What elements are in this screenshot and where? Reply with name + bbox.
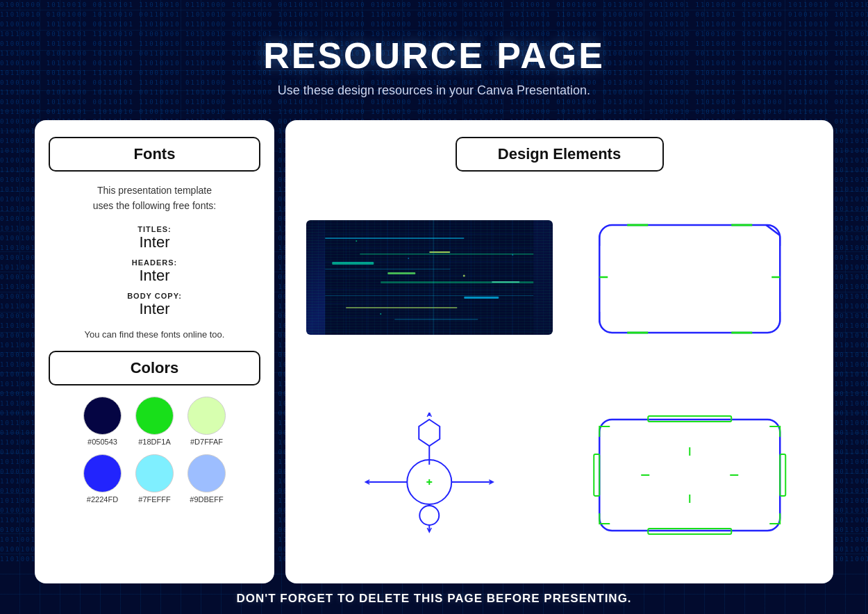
font-body-value: Inter bbox=[49, 300, 260, 318]
matrix-image bbox=[306, 220, 553, 335]
svg-rect-22 bbox=[325, 295, 533, 296]
swatch-label-green: #18DF1A bbox=[138, 438, 170, 446]
swatch-row-2: #2224FD #7FEFFF #9DBEFF bbox=[83, 454, 226, 504]
font-headers-label: HEADERS: bbox=[49, 258, 260, 267]
swatch-label-light-blue: #9DBEFF bbox=[190, 495, 223, 504]
svg-rect-19 bbox=[360, 254, 533, 255]
svg-marker-48 bbox=[419, 420, 440, 446]
svg-rect-28 bbox=[464, 297, 499, 299]
font-entry-body: BODY COPY: Inter bbox=[49, 292, 260, 318]
swatch-circle-light-green bbox=[187, 397, 226, 435]
svg-rect-0 bbox=[325, 220, 533, 335]
tech-diagram-cell bbox=[306, 383, 553, 567]
footer-text: DON'T FORGET TO DELETE THIS PAGE BEFORE … bbox=[14, 592, 854, 606]
svg-point-33 bbox=[380, 313, 381, 315]
svg-rect-23 bbox=[346, 307, 457, 308]
swatch-light-green: #D7FFAF bbox=[187, 397, 226, 446]
tech-diagram-svg bbox=[306, 413, 553, 538]
main-content: Fonts This presentation template uses th… bbox=[14, 120, 854, 583]
design-elements-header: Design Elements bbox=[456, 137, 664, 172]
svg-rect-59 bbox=[599, 420, 780, 531]
svg-point-31 bbox=[408, 258, 409, 259]
font-entry-titles: TITLES: Inter bbox=[49, 225, 260, 251]
right-panel: Design Elements bbox=[285, 120, 833, 583]
swatch-label-cyan: #7FEFFF bbox=[138, 495, 170, 504]
swatch-green: #18DF1A bbox=[135, 397, 174, 446]
swatch-light-blue: #9DBEFF bbox=[187, 454, 226, 504]
design-elements-grid bbox=[306, 185, 812, 567]
hud-frame-bottom-cell bbox=[567, 383, 813, 567]
footer: DON'T FORGET TO DELETE THIS PAGE BEFORE … bbox=[0, 583, 868, 614]
fonts-description: This presentation template uses the foll… bbox=[49, 183, 260, 214]
font-titles-label: TITLES: bbox=[49, 225, 260, 233]
swatch-cyan: #7FEFFF bbox=[135, 454, 174, 504]
font-entry-headers: HEADERS: Inter bbox=[49, 258, 260, 285]
svg-rect-36 bbox=[599, 225, 780, 333]
fonts-header: Fonts bbox=[49, 137, 260, 172]
swatch-label-blue: #2224FD bbox=[87, 495, 118, 504]
svg-point-34 bbox=[512, 254, 513, 256]
svg-rect-25 bbox=[332, 262, 374, 265]
svg-point-32 bbox=[463, 274, 465, 276]
colors-header: Colors bbox=[49, 351, 260, 385]
page-header: RESOURCE PAGE Use these design resources… bbox=[249, 0, 619, 112]
svg-point-51 bbox=[419, 506, 439, 525]
color-swatches: #050543 #18DF1A #D7FFAF #2224FD bbox=[49, 397, 260, 504]
matrix-svg bbox=[306, 220, 553, 335]
svg-rect-29 bbox=[492, 281, 519, 283]
fonts-desc-line1: This presentation template bbox=[97, 185, 212, 196]
swatch-label-light-green: #D7FFAF bbox=[190, 438, 223, 446]
svg-point-30 bbox=[356, 240, 357, 242]
hud-frame-top-svg bbox=[567, 215, 813, 340]
swatch-circle-green bbox=[135, 397, 174, 435]
font-entries-list: TITLES: Inter HEADERS: Inter BODY COPY: … bbox=[49, 225, 260, 318]
svg-rect-20 bbox=[325, 269, 450, 269]
swatch-circle-cyan bbox=[135, 454, 174, 492]
swatch-circle-dark-navy bbox=[83, 397, 122, 435]
fonts-note: You can find these fonts online too. bbox=[49, 329, 260, 340]
swatch-circle-light-blue bbox=[187, 454, 226, 492]
svg-rect-21 bbox=[381, 281, 533, 283]
swatch-circle-blue bbox=[83, 454, 122, 492]
font-body-label: BODY COPY: bbox=[49, 292, 260, 300]
svg-rect-35 bbox=[433, 220, 434, 335]
svg-rect-27 bbox=[429, 251, 450, 253]
hud-frame-bottom-svg bbox=[567, 413, 813, 538]
fonts-desc-line2: uses the following free fonts: bbox=[93, 200, 216, 211]
page-subtitle: Use these design resources in your Canva… bbox=[263, 83, 605, 98]
font-titles-value: Inter bbox=[49, 233, 260, 251]
matrix-image-cell bbox=[306, 185, 553, 370]
hud-frame-top-cell bbox=[567, 185, 813, 370]
svg-rect-26 bbox=[387, 272, 415, 274]
swatch-row-1: #050543 #18DF1A #D7FFAF bbox=[83, 397, 226, 446]
font-headers-value: Inter bbox=[49, 267, 260, 285]
swatch-blue: #2224FD bbox=[83, 454, 122, 504]
swatch-dark-navy: #050543 bbox=[83, 397, 122, 446]
swatch-label-dark-navy: #050543 bbox=[87, 438, 117, 446]
svg-rect-18 bbox=[325, 238, 464, 239]
svg-rect-24 bbox=[394, 319, 478, 320]
left-panel: Fonts This presentation template uses th… bbox=[35, 120, 274, 583]
page-title: RESOURCE PAGE bbox=[263, 35, 605, 76]
